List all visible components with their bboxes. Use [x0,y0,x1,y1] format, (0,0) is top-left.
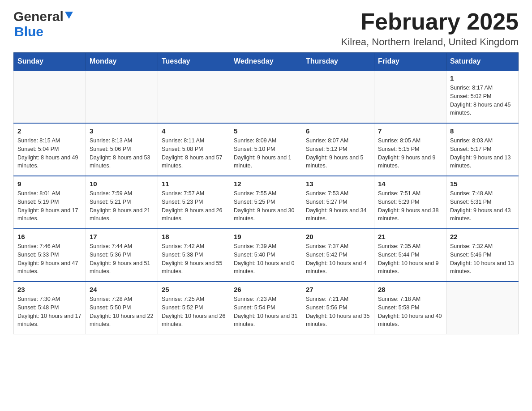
day-number: 6 [306,127,370,135]
svg-marker-0 [65,12,73,19]
day-info: Sunrise: 7:18 AMSunset: 5:58 PMDaylight:… [378,295,442,329]
day-number: 2 [17,127,82,135]
calendar-cell: 20Sunrise: 7:37 AMSunset: 5:42 PMDayligh… [302,229,374,282]
calendar-cell: 28Sunrise: 7:18 AMSunset: 5:58 PMDayligh… [374,282,446,334]
calendar-cell: 10Sunrise: 7:59 AMSunset: 5:21 PMDayligh… [86,176,158,229]
day-number: 15 [450,180,515,188]
logo-blue-text: Blue [14,24,43,39]
day-info: Sunrise: 7:46 AMSunset: 5:33 PMDaylight:… [17,242,82,276]
weekday-header-wednesday: Wednesday [230,53,302,71]
day-info: Sunrise: 7:59 AMSunset: 5:21 PMDaylight:… [90,189,154,223]
weekday-header-friday: Friday [374,53,446,71]
day-number: 20 [306,233,370,240]
page-title: February 2025 [341,9,519,34]
day-info: Sunrise: 7:25 AMSunset: 5:52 PMDaylight:… [162,295,226,329]
day-info: Sunrise: 7:23 AMSunset: 5:54 PMDaylight:… [234,295,298,329]
day-number: 18 [162,233,226,240]
day-number: 7 [378,127,442,135]
calendar-cell: 27Sunrise: 7:21 AMSunset: 5:56 PMDayligh… [302,282,374,334]
day-info: Sunrise: 8:09 AMSunset: 5:10 PMDaylight:… [234,137,298,170]
day-number: 25 [162,286,226,293]
day-number: 5 [234,127,298,135]
calendar-cell: 23Sunrise: 7:30 AMSunset: 5:48 PMDayligh… [14,282,86,334]
day-info: Sunrise: 7:53 AMSunset: 5:27 PMDaylight:… [306,189,370,223]
calendar-cell: 3Sunrise: 8:13 AMSunset: 5:06 PMDaylight… [86,123,158,176]
weekday-header-saturday: Saturday [446,53,519,71]
day-info: Sunrise: 7:55 AMSunset: 5:25 PMDaylight:… [234,189,298,223]
page-subtitle: Kilrea, Northern Ireland, United Kingdom [341,36,519,48]
day-info: Sunrise: 7:32 AMSunset: 5:46 PMDaylight:… [450,242,515,276]
calendar-week-2: 2Sunrise: 8:15 AMSunset: 5:04 PMDaylight… [14,123,519,176]
calendar-cell [446,282,519,334]
calendar-cell: 25Sunrise: 7:25 AMSunset: 5:52 PMDayligh… [158,282,230,334]
weekday-header-tuesday: Tuesday [158,53,230,71]
day-number: 24 [90,286,154,293]
day-info: Sunrise: 7:57 AMSunset: 5:23 PMDaylight:… [162,189,226,223]
logo: General Blue [13,9,73,39]
day-info: Sunrise: 7:28 AMSunset: 5:50 PMDaylight:… [90,295,154,329]
calendar-cell: 9Sunrise: 8:01 AMSunset: 5:19 PMDaylight… [14,176,86,229]
day-info: Sunrise: 8:17 AMSunset: 5:02 PMDaylight:… [450,84,515,117]
calendar-cell [86,70,158,123]
logo-general-text: General [13,9,64,24]
day-info: Sunrise: 8:15 AMSunset: 5:04 PMDaylight:… [17,137,82,170]
calendar-cell: 2Sunrise: 8:15 AMSunset: 5:04 PMDaylight… [14,123,86,176]
day-number: 19 [234,233,298,240]
day-number: 23 [17,286,82,293]
day-info: Sunrise: 8:13 AMSunset: 5:06 PMDaylight:… [90,137,154,170]
calendar-cell: 18Sunrise: 7:42 AMSunset: 5:38 PMDayligh… [158,229,230,282]
day-info: Sunrise: 7:48 AMSunset: 5:31 PMDaylight:… [450,189,515,223]
calendar-cell: 17Sunrise: 7:44 AMSunset: 5:36 PMDayligh… [86,229,158,282]
calendar-cell: 4Sunrise: 8:11 AMSunset: 5:08 PMDaylight… [158,123,230,176]
calendar-cell: 14Sunrise: 7:51 AMSunset: 5:29 PMDayligh… [374,176,446,229]
day-number: 14 [378,180,442,188]
calendar-cell: 12Sunrise: 7:55 AMSunset: 5:25 PMDayligh… [230,176,302,229]
day-info: Sunrise: 7:44 AMSunset: 5:36 PMDaylight:… [90,242,154,276]
day-info: Sunrise: 7:51 AMSunset: 5:29 PMDaylight:… [378,189,442,223]
day-info: Sunrise: 8:07 AMSunset: 5:12 PMDaylight:… [306,137,370,170]
day-info: Sunrise: 7:35 AMSunset: 5:44 PMDaylight:… [378,242,442,276]
day-info: Sunrise: 8:01 AMSunset: 5:19 PMDaylight:… [17,189,82,223]
page-header: General Blue February 2025 Kilrea, North… [13,9,519,48]
calendar-cell: 6Sunrise: 8:07 AMSunset: 5:12 PMDaylight… [302,123,374,176]
weekday-header-row: SundayMondayTuesdayWednesdayThursdayFrid… [14,53,519,71]
day-number: 26 [234,286,298,293]
day-info: Sunrise: 7:21 AMSunset: 5:56 PMDaylight:… [306,295,370,329]
calendar-cell [14,70,86,123]
day-number: 4 [162,127,226,135]
day-number: 28 [378,286,442,293]
calendar-cell: 13Sunrise: 7:53 AMSunset: 5:27 PMDayligh… [302,176,374,229]
day-number: 10 [90,180,154,188]
calendar-cell [302,70,374,123]
calendar-cell: 19Sunrise: 7:39 AMSunset: 5:40 PMDayligh… [230,229,302,282]
day-number: 21 [378,233,442,240]
day-info: Sunrise: 8:05 AMSunset: 5:15 PMDaylight:… [378,137,442,170]
calendar-cell: 24Sunrise: 7:28 AMSunset: 5:50 PMDayligh… [86,282,158,334]
weekday-header-monday: Monday [86,53,158,71]
day-number: 13 [306,180,370,188]
day-number: 1 [450,74,515,82]
calendar-cell: 15Sunrise: 7:48 AMSunset: 5:31 PMDayligh… [446,176,519,229]
calendar-cell: 5Sunrise: 8:09 AMSunset: 5:10 PMDaylight… [230,123,302,176]
calendar-cell: 11Sunrise: 7:57 AMSunset: 5:23 PMDayligh… [158,176,230,229]
calendar-week-4: 16Sunrise: 7:46 AMSunset: 5:33 PMDayligh… [14,229,519,282]
calendar-cell: 16Sunrise: 7:46 AMSunset: 5:33 PMDayligh… [14,229,86,282]
calendar-week-1: 1Sunrise: 8:17 AMSunset: 5:02 PMDaylight… [14,70,519,123]
day-number: 16 [17,233,82,240]
day-number: 3 [90,127,154,135]
day-number: 8 [450,127,515,135]
day-info: Sunrise: 7:37 AMSunset: 5:42 PMDaylight:… [306,242,370,276]
day-info: Sunrise: 7:39 AMSunset: 5:40 PMDaylight:… [234,242,298,276]
day-number: 12 [234,180,298,188]
day-number: 22 [450,233,515,240]
calendar-cell [230,70,302,123]
calendar-cell: 21Sunrise: 7:35 AMSunset: 5:44 PMDayligh… [374,229,446,282]
calendar-table: SundayMondayTuesdayWednesdayThursdayFrid… [13,52,519,334]
logo-arrow-icon [65,12,73,20]
day-info: Sunrise: 8:03 AMSunset: 5:17 PMDaylight:… [450,137,515,170]
calendar-cell: 7Sunrise: 8:05 AMSunset: 5:15 PMDaylight… [374,123,446,176]
day-info: Sunrise: 8:11 AMSunset: 5:08 PMDaylight:… [162,137,226,170]
day-number: 11 [162,180,226,188]
calendar-cell: 26Sunrise: 7:23 AMSunset: 5:54 PMDayligh… [230,282,302,334]
day-number: 17 [90,233,154,240]
